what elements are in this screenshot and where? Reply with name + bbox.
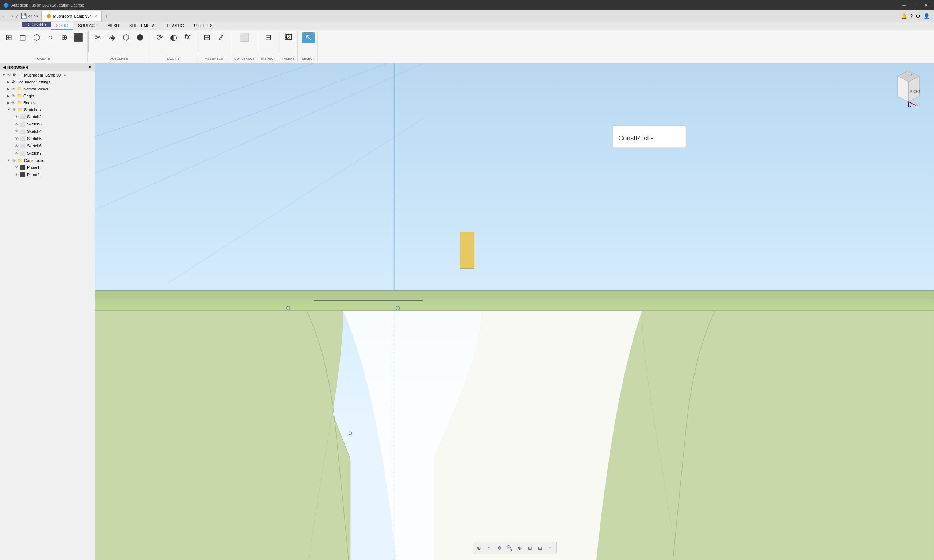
close-button[interactable]: ✕ — [921, 0, 931, 10]
eye-icon-bodies[interactable]: 👁 — [11, 101, 15, 105]
eye-icon-sketch3[interactable]: 👁 — [15, 122, 19, 126]
modify-btn-1[interactable]: ⟳ — [153, 32, 166, 43]
folder-icon-named: 📁 — [17, 86, 22, 91]
eye-icon-sketch5[interactable]: 👁 — [15, 136, 19, 141]
browser-sketch5[interactable]: 👁 ⬜ Sketch5 — [0, 135, 94, 142]
browser-origin[interactable]: ▶ 👁 📁 Origin — [0, 92, 94, 99]
insert-btn-1[interactable]: 🖼 — [282, 32, 295, 43]
browser-close-icon[interactable]: ✕ — [88, 65, 92, 70]
more-create-button[interactable]: ⬛ — [71, 32, 85, 43]
sketches-expand-icon[interactable]: ▼ — [7, 108, 11, 112]
maximize-button[interactable]: □ — [910, 0, 920, 10]
insert-icon-1: 🖼 — [285, 34, 293, 42]
tab-plastic[interactable]: PLASTIC — [162, 22, 189, 30]
eye-icon-plane2[interactable]: 👁 — [15, 172, 19, 177]
tab-surface[interactable]: SURFACE — [73, 22, 102, 30]
automate-icon-2: ◈ — [109, 34, 115, 42]
sweep-button[interactable]: ○ — [44, 32, 57, 43]
browser-sketch3[interactable]: 👁 ⬜ Sketch3 — [0, 120, 94, 128]
viewcube[interactable]: RIGHT Z Z X — [883, 71, 927, 107]
tab-solid[interactable]: SOLID — [51, 22, 73, 30]
browser-sketch2[interactable]: 👁 ⬜ Sketch2 — [0, 113, 94, 120]
grid-button[interactable]: ○ — [485, 544, 494, 552]
effects-button[interactable]: ≡ — [546, 544, 555, 552]
browser-collapse-icon[interactable]: ◀ — [3, 65, 6, 70]
minimize-button[interactable]: ─ — [899, 0, 909, 10]
file-tab[interactable]: 🔶 Mushroom_Lamp v5* ✕ — [41, 11, 102, 21]
eye-icon-sketches[interactable]: 👁 — [12, 108, 16, 112]
settings-icon[interactable]: ⚙ — [916, 13, 920, 19]
automate-btn-1[interactable]: ✂ — [92, 32, 105, 43]
browser-sketch6[interactable]: 👁 ⬜ Sketch6 — [0, 142, 94, 149]
plane1-icon: ⬛ — [20, 165, 26, 170]
nav-forward-icon[interactable]: → — [9, 13, 15, 19]
browser-sketch4[interactable]: 👁 ⬜ Sketch4 — [0, 128, 94, 135]
tab-close-button[interactable]: ✕ — [94, 14, 97, 18]
construction-expand-icon[interactable]: ▼ — [7, 158, 11, 162]
eye-icon-root[interactable]: 👁 — [7, 73, 11, 77]
eye-icon-sketch2[interactable]: 👁 — [15, 114, 19, 119]
undo-icon[interactable]: ↩ — [28, 13, 32, 19]
sketch2-icon: ⬜ — [20, 114, 26, 119]
snap-button[interactable]: ⊕ — [474, 544, 483, 552]
zoom-button[interactable]: 🔍 — [505, 544, 514, 552]
doc-expand-icon[interactable]: ▶ — [7, 80, 10, 84]
viewport[interactable]: ConstRuct - RIGHT Z — [95, 63, 934, 560]
pattern-button[interactable]: ⊕ — [58, 32, 71, 43]
browser-doc-settings[interactable]: ▶ ⚙ Document Settings — [0, 78, 94, 85]
eye-icon-construction[interactable]: 👁 — [12, 158, 16, 163]
construct-btn-1[interactable]: ⬜ — [238, 32, 251, 43]
separator-1 — [88, 31, 89, 53]
user-icon[interactable]: 👤 — [923, 13, 929, 19]
named-views-expand-icon[interactable]: ▶ — [7, 87, 10, 91]
select-btn-1[interactable]: ↖ — [302, 32, 315, 43]
extrude-button[interactable]: ◻ — [16, 32, 29, 43]
bodies-expand-icon[interactable]: ▶ — [7, 101, 10, 105]
save-icon[interactable]: 💾 — [20, 13, 27, 19]
browser-root-item[interactable]: ▼ 👁 ⚙ 📄 Mushroom_Lamp v0 ● — [0, 71, 94, 78]
eye-icon-origin[interactable]: 👁 — [11, 94, 15, 98]
zoom-in-button[interactable]: ⊕ — [516, 544, 524, 552]
assemble-btn-2[interactable]: ⤢ — [214, 32, 227, 43]
tab-mesh[interactable]: MESH — [102, 22, 124, 30]
inspect-btn-1[interactable]: ⊟ — [262, 32, 275, 43]
modify-btn-2[interactable]: ◐ — [167, 32, 180, 43]
browser-sketch7[interactable]: 👁 ⬜ Sketch7 — [0, 149, 94, 157]
eye-icon-named[interactable]: 👁 — [11, 87, 15, 91]
browser-plane1[interactable]: 👁 ⬛ Plane1 — [0, 164, 94, 171]
help-icon[interactable]: ? — [910, 13, 913, 19]
pattern-icon: ⊕ — [61, 34, 68, 42]
sketch6-label: Sketch6 — [27, 144, 42, 148]
eye-icon-sketch7[interactable]: 👁 — [15, 151, 19, 155]
create-sketch-button[interactable]: ⊞ — [2, 32, 15, 43]
move-button[interactable]: ✥ — [495, 544, 504, 552]
design-dropdown-button[interactable]: DESIGN ▾ — [22, 22, 51, 27]
automate-btn-4[interactable]: ⬢ — [133, 32, 147, 43]
automate-btn-3[interactable]: ⬡ — [119, 32, 133, 43]
tab-utilities[interactable]: UTILITIES — [189, 22, 218, 30]
params-button[interactable]: fx — [181, 32, 194, 42]
tab-sheet-metal[interactable]: SHEET METAL — [124, 22, 162, 30]
browser-plane2[interactable]: 👁 ⬛ Plane2 — [0, 171, 94, 178]
assemble-btn-1[interactable]: ⊞ — [201, 32, 213, 43]
automate-btn-2[interactable]: ◈ — [105, 32, 119, 43]
eye-icon-sketch4[interactable]: 👁 — [15, 129, 19, 134]
title-bar: 🔷 Autodesk Fusion 360 (Education License… — [0, 0, 934, 10]
revolve-button[interactable]: ⬡ — [30, 32, 43, 43]
display-mode-button[interactable]: ⊞ — [526, 544, 534, 552]
nav-back-icon[interactable]: ← — [2, 13, 7, 19]
origin-expand-icon[interactable]: ▶ — [7, 94, 10, 98]
redo-icon[interactable]: ↪ — [34, 13, 38, 19]
browser-sketches[interactable]: ▼ 👁 📁 Sketches — [0, 106, 94, 113]
browser-construction[interactable]: ▼ 👁 📁 Construction — [0, 157, 94, 164]
notification-icon[interactable]: 🔔 — [901, 13, 907, 19]
root-expand-icon[interactable]: ▼ — [2, 73, 5, 77]
eye-icon-plane1[interactable]: 👁 — [15, 165, 19, 169]
home-icon[interactable]: ⌂ — [16, 13, 19, 19]
visual-style-button[interactable]: ⊟ — [536, 544, 545, 552]
browser-bodies[interactable]: ▶ 👁 📁 Bodies — [0, 99, 94, 106]
sketch6-icon: ⬜ — [20, 143, 26, 148]
browser-named-views[interactable]: ▶ 👁 📁 Named Views — [0, 85, 94, 92]
eye-icon-sketch6[interactable]: 👁 — [15, 144, 19, 148]
new-tab-button[interactable]: + — [102, 12, 111, 20]
